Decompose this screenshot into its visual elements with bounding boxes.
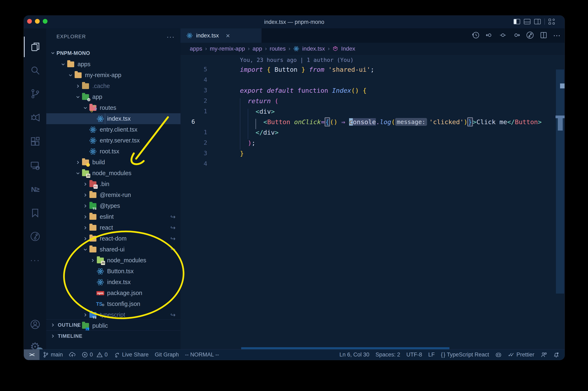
language-mode-item[interactable]: { } TypeScript React xyxy=(438,352,492,358)
breadcrumb-index-tsx[interactable]: index.tsx xyxy=(302,45,325,52)
line-number: 4 xyxy=(181,75,207,85)
folder-node-modules-icon: JS xyxy=(82,170,90,177)
tree-item-my-remix-app[interactable]: my-remix-app xyxy=(46,70,181,81)
eol-item[interactable]: LF xyxy=(425,352,438,358)
line-number: 5 xyxy=(181,64,207,75)
remote-explorer-icon[interactable] xyxy=(24,155,46,176)
customize-layout-icon[interactable] xyxy=(549,19,555,24)
breadcrumb-apps[interactable]: apps xyxy=(190,45,202,52)
tree-item-shared-ui[interactable]: shared-ui ↪ xyxy=(46,244,181,255)
tree-item-react-dom[interactable]: react-dom ↪ xyxy=(46,233,181,244)
live-share-item[interactable]: Live Share xyxy=(111,352,152,358)
remote-indicator[interactable]: >< xyxy=(24,349,39,360)
explorer-sidebar: EXPLORER ··· PNPM-MONO apps my-remix-app xyxy=(46,28,181,353)
close-tab-icon[interactable]: × xyxy=(226,32,230,40)
toggle-panel-icon[interactable] xyxy=(524,19,530,24)
account-icon[interactable] xyxy=(24,314,46,335)
folder-icon xyxy=(89,224,97,231)
search-icon[interactable] xyxy=(24,60,46,81)
more-actions-icon[interactable]: ⋯ xyxy=(553,31,561,40)
tab-index-tsx[interactable]: index.tsx × xyxy=(181,28,262,43)
tree-item-routes[interactable]: routes xyxy=(46,102,181,113)
tree-item-types[interactable]: TS @types xyxy=(46,200,181,211)
gitlens-graph-icon[interactable] xyxy=(526,31,534,40)
tree-item-eslint[interactable]: eslint ↪ xyxy=(46,211,181,222)
folder-build-icon xyxy=(82,159,90,166)
toggle-secondary-sidebar-icon[interactable] xyxy=(534,19,541,24)
tree-item-package-json[interactable]: npm package.json xyxy=(46,288,181,298)
source-control-icon[interactable] xyxy=(24,84,46,104)
gitlens-blame-annotation[interactable]: You, 23 hours ago | 1 author (You) xyxy=(240,55,354,65)
editor-group: index.tsx × ⋯ apps › my-remix-app › app … xyxy=(181,28,565,353)
toggle-sidebar-icon[interactable] xyxy=(514,19,520,24)
window-title: index.tsx — pnpm-mono xyxy=(24,16,565,28)
explorer-more-actions-icon[interactable]: ··· xyxy=(167,33,175,41)
formatter-item[interactable]: ✓✓ Prettier xyxy=(505,352,537,358)
extensions-icon[interactable] xyxy=(24,131,46,152)
react-file-icon xyxy=(97,115,104,122)
tree-item-typescript[interactable]: TS typescript ↪ xyxy=(46,309,181,320)
tree-item-apps[interactable]: apps xyxy=(46,59,181,70)
folder-typescript-icon: TS xyxy=(89,311,97,318)
tree-item-react[interactable]: react ↪ xyxy=(46,222,181,233)
overview-ruler-mark xyxy=(560,84,565,88)
breadcrumb-routes[interactable]: routes xyxy=(270,45,286,52)
tree-item-node-modules[interactable]: JS node_modules xyxy=(46,168,181,179)
tree-item-root-tsx[interactable]: root.tsx xyxy=(46,146,181,157)
problems-item[interactable]: 0 0 xyxy=(79,352,111,358)
line-number: 2 xyxy=(181,96,207,106)
feedback-item[interactable] xyxy=(537,352,550,358)
react-file-icon xyxy=(89,148,97,155)
gitlens-icon[interactable] xyxy=(24,226,46,247)
bookmarks-icon[interactable] xyxy=(24,203,46,223)
vim-mode-indicator[interactable]: -- NORMAL -- xyxy=(182,352,222,358)
git-graph-item[interactable]: Git Graph xyxy=(152,352,182,358)
tree-item-shared-ui-node-modules[interactable]: JS node_modules xyxy=(46,255,181,266)
nx-console-icon[interactable]: N≥ xyxy=(24,179,46,199)
tree-item-entry-client[interactable]: entry.client.tsx xyxy=(46,124,181,135)
code-editor[interactable]: 5 4 3 2 1 6 1 2 3 4 You, 23 hours ago | … xyxy=(181,55,556,353)
react-file-icon xyxy=(89,126,97,133)
indentation-item[interactable]: Spaces: 2 xyxy=(372,352,403,358)
notifications-item[interactable] xyxy=(550,352,563,358)
more-views-icon[interactable]: ··· xyxy=(24,250,46,270)
react-file-icon xyxy=(89,137,97,144)
tree-item-shared-ui-index-tsx[interactable]: index.tsx xyxy=(46,277,181,288)
next-change-icon[interactable] xyxy=(512,31,521,40)
previous-change-icon[interactable] xyxy=(485,31,493,40)
tree-item-app[interactable]: ⚙ app xyxy=(46,92,181,102)
tree-item-tsconfig-json[interactable]: TS⚙ tsconfig.json xyxy=(46,298,181,309)
timeline-section[interactable]: TIMELINE xyxy=(46,330,181,341)
breadcrumb-index-symbol[interactable]: Index xyxy=(341,45,355,52)
breadcrumb-app[interactable]: app xyxy=(252,45,262,52)
copilot-item[interactable] xyxy=(492,352,505,358)
live-share-icon xyxy=(114,352,120,358)
encoding-item[interactable]: UTF-8 xyxy=(403,352,425,358)
breadcrumb-my-remix-app[interactable]: my-remix-app xyxy=(210,45,245,52)
publish-changes-item[interactable] xyxy=(66,352,79,358)
split-editor-icon[interactable] xyxy=(539,31,548,40)
vim-block-cursor: c xyxy=(349,118,353,126)
tree-item-remix-run[interactable]: @remix-run xyxy=(46,190,181,200)
explorer-icon[interactable] xyxy=(24,37,46,57)
tree-item-build[interactable]: build xyxy=(46,157,181,168)
workspace-root[interactable]: PNPM-MONO xyxy=(46,47,181,59)
warnings-icon xyxy=(97,352,103,358)
run-debug-icon[interactable] xyxy=(24,107,46,128)
vertical-scrollbar[interactable] xyxy=(556,55,565,353)
symlink-arrow-icon: ↪ xyxy=(170,224,176,231)
vertical-scrollbar-thumb[interactable] xyxy=(556,70,564,293)
tree-item-bin[interactable]: 01 .bin xyxy=(46,179,181,190)
tree-item-cache[interactable]: .cache xyxy=(46,81,181,92)
timeline-history-icon[interactable] xyxy=(472,31,480,40)
git-branch-item[interactable]: main xyxy=(39,352,66,358)
folder-routes-icon xyxy=(89,104,97,111)
folder-icon xyxy=(89,192,97,198)
tree-item-index-tsx[interactable]: index.tsx xyxy=(46,113,181,124)
outline-section[interactable]: OUTLINE xyxy=(46,319,181,330)
tree-item-button-tsx[interactable]: Button.tsx xyxy=(46,266,181,277)
change-icon[interactable] xyxy=(499,31,507,40)
tree-item-entry-server[interactable]: entry.server.tsx xyxy=(46,135,181,146)
cursor-position-item[interactable]: Ln 6, Col 30 xyxy=(336,352,373,358)
folder-icon xyxy=(67,61,75,68)
